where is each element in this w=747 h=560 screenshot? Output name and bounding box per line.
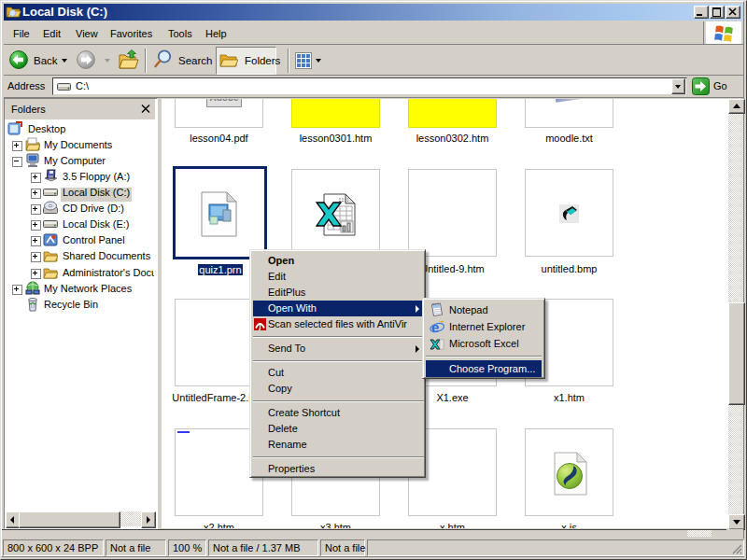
svg-text:e: e (431, 320, 439, 335)
